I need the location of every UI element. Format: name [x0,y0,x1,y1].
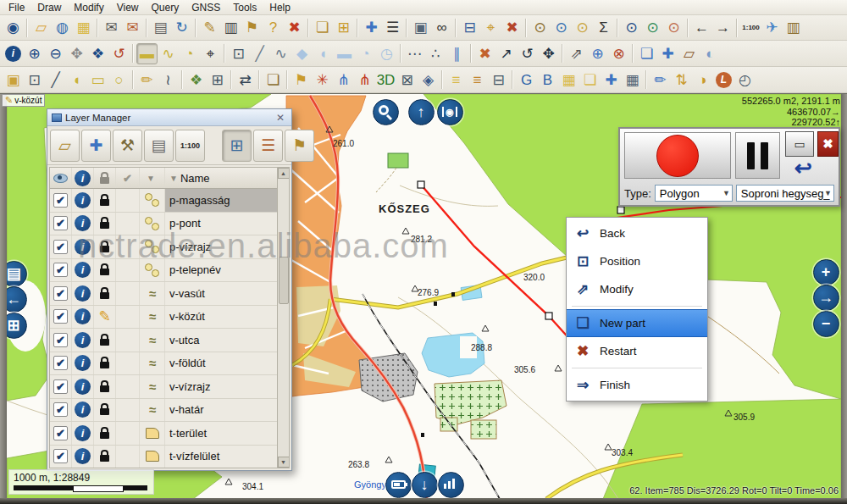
layer-info-button[interactable] [72,446,94,468]
lock-cell[interactable] [94,235,116,258]
record-button[interactable] [624,132,731,179]
zoom-extent-icon[interactable]: ❖ [87,43,108,64]
globe-b-icon[interactable]: B [537,69,558,91]
layer-info-button[interactable] [72,329,94,352]
visibility-checkbox[interactable]: ✔ [50,352,72,375]
paste-add-icon[interactable]: ✚ [657,43,678,64]
edit-node-icon[interactable]: ⊡ [228,43,249,64]
map-book-icon[interactable]: ▥ [783,17,804,38]
layer-row[interactable]: ✔≈v-határ [50,399,277,423]
zoom-out-button[interactable]: − [813,311,839,337]
lock-cell[interactable] [94,375,116,398]
statistics-sum-icon[interactable]: Σ [593,17,614,38]
copy-window-icon[interactable]: ❏ [263,69,284,91]
visibility-checkbox[interactable]: ✔ [50,375,72,398]
gps-truck-icon[interactable]: ⊟ [459,17,480,38]
info-column-header[interactable] [72,168,94,188]
measure-path-icon[interactable]: ∿ [158,43,179,64]
layer-info-button[interactable] [72,189,94,212]
fit-shape-icon[interactable]: ✥ [538,43,559,64]
context-item-back[interactable]: ↩Back [567,219,707,247]
layer-row[interactable]: ✔p-vízrajz [50,235,277,259]
logo-badge-icon[interactable]: L [716,72,732,88]
layer-info-button[interactable] [72,375,94,398]
layer-name[interactable]: v-vízrajz [165,375,277,398]
zoom-layers-icon[interactable]: ⊙ [621,17,642,38]
import-web-icon[interactable]: ◍ [52,17,73,38]
lock-cell[interactable] [94,422,116,445]
layer-add-icon[interactable]: ✚ [601,69,622,91]
layer-name[interactable]: v-határ [165,399,277,422]
minimize-button[interactable]: ▭ [785,131,814,157]
visibility-checkbox[interactable]: ✔ [50,259,72,282]
mail-receive-icon[interactable]: ✉ [122,17,143,38]
context-item-new-part[interactable]: ❏New part [567,309,707,337]
lock-cell[interactable] [94,399,116,422]
draw-blob-icon[interactable]: ◖ [313,43,334,64]
layer-name[interactable]: p-pont [165,213,277,235]
snap-burst-icon[interactable]: ✳ [312,69,333,91]
context-item-modify[interactable]: ⇗Modify [567,275,707,303]
visibility-checkbox[interactable]: ✔ [50,213,72,235]
add-layer-button[interactable]: ✚ [81,130,111,162]
topology-a-icon[interactable]: ⋔ [333,69,354,91]
lock-cell[interactable] [94,282,116,305]
layer-row[interactable]: ✔t-terület [50,422,277,446]
labels-button[interactable]: ⚑ [285,130,314,162]
layer-info-button[interactable] [72,213,94,235]
visibility-checkbox[interactable]: ✔ [50,446,72,468]
layer-name[interactable]: v-földút [165,352,277,375]
attribute-table-button[interactable]: ⊞ [222,130,252,162]
layer-row[interactable]: ✔≈v-vízrajz [50,375,277,399]
snapshot-timer-icon[interactable]: ◴ [734,69,756,91]
zoom-tool-button[interactable] [373,99,399,125]
layer-info-button[interactable] [72,235,94,258]
layer-cut-icon[interactable]: ▦ [558,69,579,91]
name-column-header[interactable]: ▼Name [165,168,277,188]
layer-stack-icon[interactable]: ☰ [382,17,403,38]
draw-rect-icon[interactable]: ▬ [334,43,355,64]
lock-cell[interactable] [94,189,116,212]
layer-row[interactable]: ✔≈v-földút [50,352,277,376]
topology-b-icon[interactable]: ⋔ [354,69,375,91]
center-target-icon[interactable]: ⌖ [200,43,221,64]
scroll-down-icon[interactable]: ▼ [278,457,290,468]
select-zoom-icon[interactable]: ⊙ [529,17,551,38]
globe-g-icon[interactable]: G [516,69,537,91]
visibility-checkbox[interactable]: ✔ [50,189,72,212]
layer-row[interactable]: ✔p-pont [50,213,277,236]
layer-row[interactable]: ✔≈v-vasút [50,282,277,306]
layer-row[interactable]: ✔p-magasság [50,189,277,213]
dictionary-icon[interactable]: ▥ [220,17,241,38]
select-circle-icon[interactable]: ○ [108,69,130,91]
battery-status-button[interactable] [385,472,412,498]
lock-cell[interactable] [94,352,116,375]
menu-modify[interactable]: Modify [69,1,111,14]
layer-info-button[interactable] [72,306,94,329]
layer-scale-button[interactable]: 1:100 [175,130,205,162]
pan-down-button[interactable]: ↓ [412,472,438,498]
layer-raise-icon[interactable]: ≡ [446,69,467,91]
context-item-finish[interactable]: ⇒Finish [567,371,707,399]
select-line-icon[interactable]: ╱ [45,69,66,91]
menu-file[interactable]: File [3,1,32,14]
sheet-line-icon[interactable]: ▱ [678,43,700,64]
legend-button[interactable]: ☰ [253,130,283,162]
layer-transfer-icon[interactable]: ⇅ [671,69,692,91]
delete-vertex-icon[interactable]: ⊗ [608,43,629,64]
menu-tools[interactable]: Tools [228,1,264,14]
view-measure-button[interactable]: ◉ [437,99,463,125]
save-icon[interactable]: ▦ [73,17,94,38]
add-sheets-icon[interactable]: ✚ [361,17,382,38]
join-pen-icon[interactable]: ✏ [136,69,158,91]
lock-cell[interactable] [94,446,116,468]
layer-info-button[interactable] [72,422,94,445]
compass-icon[interactable]: ◈ [418,69,439,91]
scrollbar[interactable]: ▲ ▼ [277,168,289,468]
menu-view[interactable]: View [112,1,147,14]
style-brush-icon[interactable]: ✏ [650,69,671,91]
binoculars-icon[interactable]: ∞ [431,17,452,38]
draw-curve-icon[interactable]: ∿ [270,43,291,64]
spline-edit-icon[interactable]: ≀ [158,69,179,91]
signal-status-button[interactable] [438,472,464,498]
